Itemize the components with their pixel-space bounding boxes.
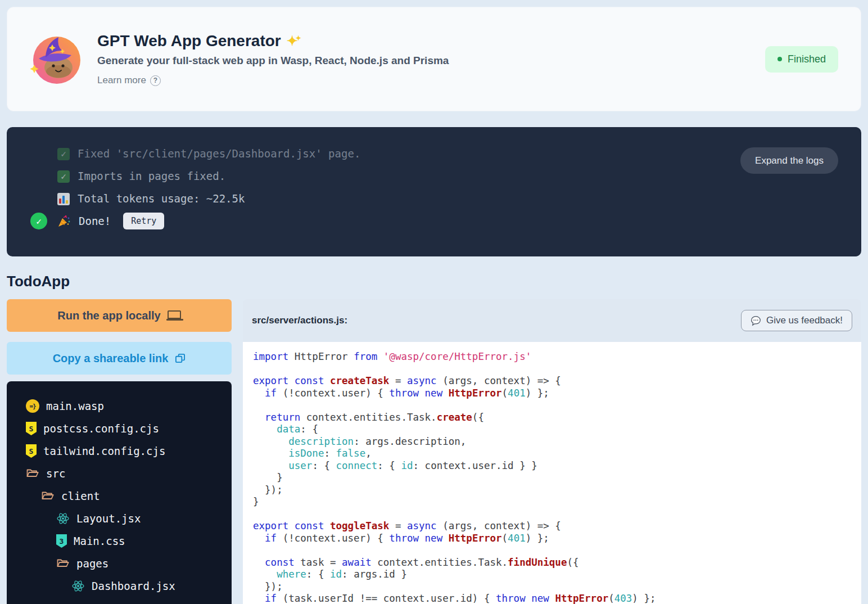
wasp-icon: =} [26,399,39,413]
run-app-button[interactable]: Run the app locally [7,299,232,332]
file-tree-item[interactable]: Stailwind.config.cjs [7,440,232,462]
check-square-icon: ✓ [57,170,70,183]
code-line: const task = await context.entities.Task… [253,557,861,569]
page-title: GPT Web App Generator ✦✦ [97,32,765,50]
header-card: GPT Web App Generator ✦✦ Generate your f… [7,7,861,111]
log-text: Fixed 'src/client/pages/Dashboard.jsx' p… [78,147,360,160]
file-tree-item[interactable]: src [7,462,232,485]
log-rows: ✓Fixed 'src/client/pages/Dashboard.jsx' … [7,142,861,232]
code-line: return context.entities.Task.create({ [253,412,861,424]
react-icon [71,579,85,593]
log-row: ✓Imports in pages fixed. [7,165,861,187]
project-name-heading: TodoApp [7,273,861,289]
page-subtitle: Generate your full-stack web app in Wasp… [97,55,765,67]
code-line: user: { connect: { id: context.user.id }… [253,460,861,472]
copy-share-link-label: Copy a shareable link [53,352,169,365]
page-title-text: GPT Web App Generator [97,32,281,50]
status-badge-label: Finished [788,53,826,65]
feedback-button[interactable]: Give us feedback! [741,310,852,331]
code-line: }); [253,581,861,593]
code-line [253,399,861,412]
status-dot-icon [777,57,782,61]
code-panel-header: src/server/actions.js: Give us feedback! [243,299,861,342]
file-name: postcss.config.cjs [43,422,159,435]
code-line: export const createTask = async (args, c… [253,375,861,387]
js-icon: S [26,444,37,458]
js-icon: S [26,422,37,435]
code-line: }); [253,484,861,497]
log-row: ✓Fixed 'src/client/pages/Dashboard.jsx' … [7,142,861,165]
react-icon [56,512,70,525]
sparkles-icon: ✦✦ [287,33,304,49]
status-slot [30,168,47,184]
folder-icon [56,557,70,570]
code-line: } [253,472,861,484]
learn-more-link[interactable]: Learn more ? [97,75,161,86]
code-filename: src/server/actions.js: [252,315,347,326]
speech-bubble-icon [751,315,761,326]
content: Run the app locally Copy a shareable lin… [7,299,861,604]
status-slot [30,145,47,162]
status-badge: Finished [765,46,838,73]
status-slot [30,190,47,207]
header-text: GPT Web App Generator ✦✦ Generate your f… [97,32,765,86]
code-line: isDone: false, [253,448,861,460]
file-tree-panel: =}main.waspSpostcss.config.cjsStailwind.… [7,381,232,604]
file-name: Dashboard.jsx [92,580,175,592]
code-line: where: { id: args.id } [253,569,861,581]
laptop-icon [168,310,181,319]
success-check-icon: ✓ [30,213,47,229]
sidebar: Run the app locally Copy a shareable lin… [7,299,232,604]
folder-icon [26,467,39,480]
code-body: import HttpError from '@wasp/core/HttpEr… [243,342,861,604]
file-name: client [61,490,100,502]
file-name: tailwind.config.cjs [43,445,165,457]
file-name: Layout.jsx [76,512,141,525]
party-popper-icon [57,214,71,228]
code-line: if (task.userId !== context.user.id) { t… [253,593,861,604]
css-icon: 3 [56,534,67,548]
file-tree-item[interactable]: Dashboard.jsx [7,575,232,597]
code-line [253,544,861,557]
wasp-mascot-avatar [30,32,84,86]
file-name: main.wasp [46,400,104,412]
log-row: Total tokens usage: ~22.5k [7,187,861,210]
bar-chart-icon [57,193,70,205]
code-panel: src/server/actions.js: Give us feedback!… [243,299,861,604]
code-line: if (!context.user) { throw new HttpError… [253,533,861,545]
code-line: if (!context.user) { throw new HttpError… [253,387,861,400]
learn-more-label: Learn more [97,75,146,86]
code-line: export const toggleTask = async (args, c… [253,520,861,533]
run-app-button-label: Run the app locally [57,309,160,322]
log-panel: ✓Fixed 'src/client/pages/Dashboard.jsx' … [7,127,861,256]
file-tree-item[interactable]: Layout.jsx [7,507,232,530]
file-tree-item[interactable]: pages [7,552,232,575]
app-root: { "colors": { "page_bg": "#e0eaf4", "car… [0,0,868,604]
code-line [253,508,861,521]
code-line: import HttpError from '@wasp/core/HttpEr… [253,351,861,363]
question-circle-icon: ? [150,75,161,86]
log-text: Total tokens usage: ~22.5k [78,192,245,205]
code-line: description: args.description, [253,436,861,448]
file-tree-item[interactable]: Spostcss.config.cjs [7,417,232,440]
code-block: import HttpError from '@wasp/core/HttpEr… [253,351,861,604]
feedback-button-label: Give us feedback! [766,315,843,326]
file-tree-item[interactable]: client [7,485,232,507]
file-name: pages [76,557,108,570]
file-tree-item[interactable]: 3Main.css [7,530,232,552]
file-name: Main.css [74,535,125,547]
code-line [253,363,861,376]
log-text: Imports in pages fixed. [78,170,225,182]
log-text: Done! [79,215,111,227]
expand-logs-button[interactable]: Expand the logs [740,147,838,174]
copy-icon [175,353,186,364]
folder-icon [41,489,55,503]
file-tree-item[interactable]: =}main.wasp [7,395,232,417]
retry-button[interactable]: Retry [123,213,164,229]
file-name: src [46,467,65,480]
check-square-icon: ✓ [57,148,70,160]
file-tree: =}main.waspSpostcss.config.cjsStailwind.… [7,395,232,597]
log-row: ✓Done!Retry [7,210,861,232]
code-line: } [253,496,861,508]
copy-share-link-button[interactable]: Copy a shareable link [7,342,232,375]
